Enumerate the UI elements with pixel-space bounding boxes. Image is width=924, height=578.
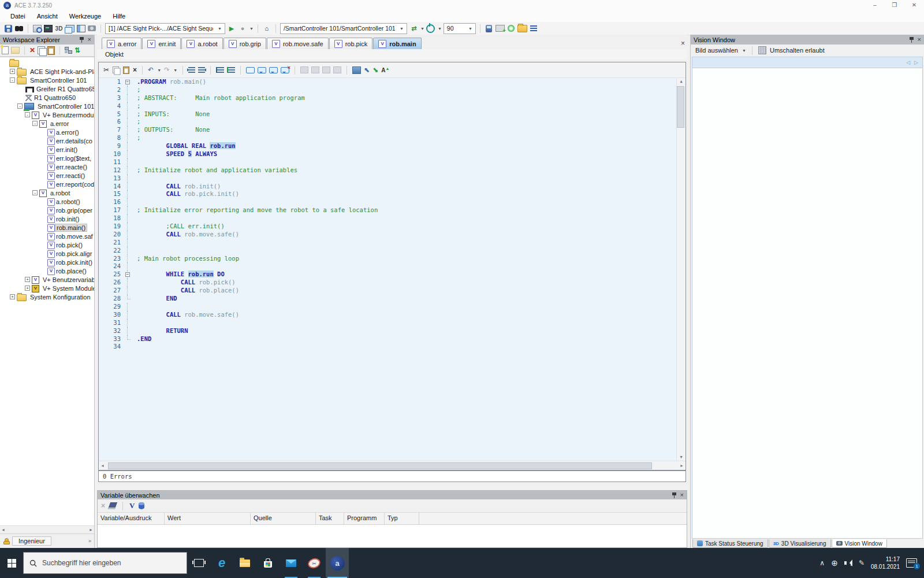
copy-icon[interactable] bbox=[113, 66, 119, 73]
scroll-left-arrow[interactable]: ◄ bbox=[1, 528, 5, 532]
code-line[interactable]: 4; bbox=[99, 102, 685, 110]
font-size-icon[interactable]: A▲ bbox=[381, 66, 389, 73]
snipping-tool-button[interactable]: ✂ bbox=[303, 548, 326, 578]
io-watcher-button[interactable] bbox=[506, 23, 516, 34]
tree-expander-icon[interactable]: + bbox=[25, 277, 30, 282]
editor-tab-rob.grip[interactable]: Vrob.grip bbox=[223, 38, 266, 49]
editor-tab-rob.main[interactable]: Vrob.main bbox=[373, 38, 421, 49]
code-line[interactable]: 21 bbox=[99, 239, 685, 247]
vision-tools-button[interactable] bbox=[32, 23, 42, 34]
vision-image-area[interactable] bbox=[692, 68, 923, 539]
menu-item-datei[interactable]: Datei bbox=[5, 10, 31, 22]
select-region-icon[interactable] bbox=[246, 67, 255, 73]
sequence-selector[interactable]: [1] /ACE Sight Pick-.../ACE Sight Sequen… bbox=[105, 23, 225, 34]
fold-collapse-icon[interactable]: − bbox=[125, 80, 130, 84]
vertical-scrollbar[interactable]: ▲ ▼ bbox=[676, 78, 685, 461]
tree-item-System-Konfiguration[interactable]: +System Konfiguration bbox=[0, 292, 94, 301]
outdent-icon[interactable] bbox=[198, 67, 205, 73]
code-line[interactable]: 31 bbox=[99, 319, 685, 327]
editor-tab-err.init[interactable]: Verr.init bbox=[142, 38, 181, 49]
code-line[interactable]: 1−.PROGRAM rob.main() bbox=[99, 78, 685, 86]
scroll-right-arrow[interactable]: ► bbox=[89, 528, 93, 532]
paste-icon[interactable] bbox=[123, 66, 129, 74]
nav-previous-arrow[interactable]: ◁ bbox=[906, 60, 910, 65]
tree-expander-icon[interactable]: - bbox=[10, 77, 15, 83]
profile-name[interactable]: Ingenieur bbox=[12, 536, 51, 546]
chevron-down-icon[interactable]: ▼ bbox=[157, 68, 161, 72]
watch-column-wert[interactable]: Wert bbox=[165, 513, 251, 524]
task-view-button[interactable] bbox=[187, 548, 210, 578]
dock-tab-3d-visualisierung[interactable]: 3D3D Visualisierung bbox=[769, 539, 831, 548]
notification-center-icon[interactable]: 1 bbox=[906, 558, 917, 568]
copy-icon[interactable] bbox=[38, 46, 45, 54]
tree-expander-icon[interactable]: - bbox=[32, 190, 38, 195]
code-line[interactable]: 6; bbox=[99, 118, 685, 126]
comment-remove-icon[interactable] bbox=[281, 67, 289, 73]
cascade-windows-button[interactable] bbox=[65, 23, 74, 34]
code-line[interactable]: 15 CALL rob.pick.init() bbox=[99, 190, 685, 198]
tree-item-rob.grip-oper[interactable]: Vrob.grip(oper bbox=[0, 206, 94, 214]
watch-column-task[interactable]: Task bbox=[316, 513, 344, 524]
load-button[interactable]: ⌂ bbox=[262, 23, 271, 34]
tree-expander-icon[interactable]: - bbox=[17, 103, 23, 109]
comment-add-icon[interactable] bbox=[269, 67, 278, 73]
tree-item-rob.init--[interactable]: Vrob.init() bbox=[0, 214, 94, 223]
minimize-button[interactable]: – bbox=[865, 0, 885, 10]
horizontal-scrollbar[interactable]: ◄ ► bbox=[99, 461, 685, 470]
code-line[interactable]: 9 GLOBAL REAL rob.run bbox=[99, 142, 685, 150]
open-folder-button[interactable] bbox=[517, 23, 527, 34]
breakpoint-all-icon[interactable] bbox=[333, 66, 341, 73]
scroll-right-arrow[interactable]: ► bbox=[680, 464, 684, 468]
tree-item-rob.pick.aligr[interactable]: Vrob.pick.aligr bbox=[0, 249, 94, 258]
code-line[interactable]: 10 SPEED 5 ALWAYS bbox=[99, 150, 685, 158]
monitor-speed-selector[interactable]: 90 ▼ bbox=[444, 23, 476, 34]
pin-icon[interactable] bbox=[909, 36, 914, 43]
edge-button[interactable]: e bbox=[210, 548, 233, 578]
close-icon[interactable]: × bbox=[680, 492, 684, 498]
tree-expander-icon[interactable]: - bbox=[25, 112, 30, 117]
close-button[interactable]: ✕ bbox=[904, 0, 924, 10]
vplus-variable-icon[interactable]: V bbox=[129, 501, 135, 510]
mail-button[interactable] bbox=[280, 548, 303, 578]
code-line[interactable]: 14 CALL rob.init() bbox=[99, 183, 685, 191]
chevron-down-icon[interactable]: ▼ bbox=[173, 68, 177, 72]
eraser-icon[interactable] bbox=[108, 502, 117, 509]
redo-icon[interactable]: ↷ bbox=[164, 66, 170, 73]
code-line[interactable]: 26 CALL rob.pick() bbox=[99, 279, 685, 287]
code-line[interactable]: 22 bbox=[99, 247, 685, 255]
scrollbar-thumb[interactable] bbox=[108, 462, 652, 469]
watch-column-typ[interactable]: Typ bbox=[385, 513, 419, 524]
editor-tab-rob.pick[interactable]: Vrob.pick bbox=[329, 38, 373, 49]
tree-item-err.details-co[interactable]: Verr.details(co bbox=[0, 136, 94, 145]
code-line[interactable]: 33.END bbox=[99, 335, 685, 343]
toggle-allowed-checkbox[interactable] bbox=[758, 46, 766, 54]
code-line[interactable]: 19 ;CALL err.init() bbox=[99, 223, 685, 231]
close-icon[interactable]: × bbox=[88, 36, 91, 43]
step-pointer-icon[interactable]: ⬊ bbox=[372, 66, 378, 73]
store-button[interactable] bbox=[256, 548, 280, 578]
editor-tab-a.error[interactable]: Va.error bbox=[102, 38, 141, 49]
tree-item-a.error[interactable]: -Va.error bbox=[0, 119, 94, 128]
code-line[interactable]: 13 bbox=[99, 175, 685, 183]
virtual-camera-button[interactable] bbox=[87, 23, 96, 34]
format-block-icon[interactable] bbox=[227, 67, 235, 73]
format-lines-icon[interactable] bbox=[216, 67, 224, 73]
code-line[interactable]: 27 CALL rob.place() bbox=[99, 287, 685, 295]
code-line[interactable]: 23; Main robot processing loop bbox=[99, 255, 685, 263]
menu-item-hilfe[interactable]: Hilfe bbox=[107, 10, 131, 22]
editor-tab-a.robot[interactable]: Va.robot bbox=[181, 38, 222, 49]
watch-table-icon[interactable] bbox=[352, 66, 361, 74]
code-line[interactable]: 5; INPUTS: None bbox=[99, 110, 685, 118]
tree-item-R1-Quattro650[interactable]: R1 Quattro650 bbox=[0, 93, 94, 102]
tree-item-a.error--[interactable]: Va.error() bbox=[0, 128, 94, 136]
menu-objekt[interactable]: Objekt bbox=[105, 51, 124, 58]
ace-taskbar-button[interactable]: a bbox=[326, 548, 349, 578]
code-line[interactable]: 30 CALL rob.move.safe() bbox=[99, 311, 685, 319]
search-button[interactable] bbox=[14, 23, 24, 34]
code-line[interactable]: 18 bbox=[99, 214, 685, 223]
dock-tab-task-status-steuerung[interactable]: Task Status Steuerung bbox=[692, 539, 768, 548]
indent-icon[interactable] bbox=[188, 67, 195, 73]
tree-item-root[interactable] bbox=[0, 58, 94, 67]
tree-expander-icon[interactable]: + bbox=[10, 69, 15, 74]
panel-layout-button[interactable] bbox=[76, 23, 85, 34]
